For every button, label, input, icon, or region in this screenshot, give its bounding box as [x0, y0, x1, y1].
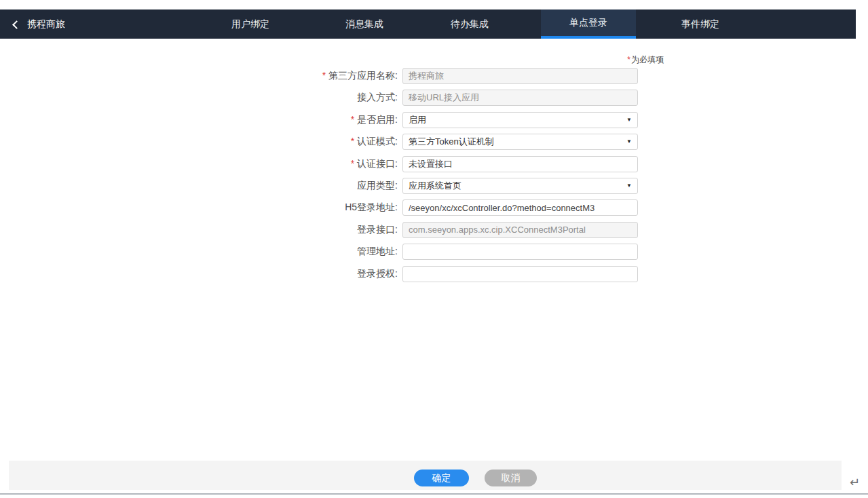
tab-todo-integration[interactable]: 待办集成 [422, 9, 517, 39]
label-auth-api: *认证接口: [0, 158, 398, 170]
form-row-third-party-app-name: *第三方应用名称: [0, 68, 638, 84]
back-button[interactable]: 携程商旅 [14, 9, 65, 39]
label-h5-login-url: H5登录地址: [0, 202, 398, 214]
form-row-login-api: 登录接口: [0, 222, 638, 238]
form-row-h5-login-url: H5登录地址: [0, 199, 638, 216]
label-third-party-app-name: *第三方应用名称: [0, 70, 398, 82]
tab-user-binding[interactable]: 用户绑定 [203, 9, 298, 39]
admin-url-input[interactable] [402, 244, 638, 260]
tab-event-binding[interactable]: 事件绑定 [653, 9, 748, 39]
label-login-api: 登录接口: [0, 224, 398, 236]
label-app-type: 应用类型: [0, 180, 398, 192]
field-cell [402, 90, 638, 106]
field-label-text: H5登录地址: [345, 202, 398, 212]
field-label-text: 认证接口: [357, 158, 398, 169]
field-cell [402, 222, 638, 238]
label-login-auth: 登录授权: [0, 268, 398, 280]
cancel-button[interactable]: 取消 [485, 470, 537, 486]
field-label-text: 登录接口: [357, 224, 398, 235]
form-row-auth-mode: *认证模式:第三方Token认证机制▼ [0, 134, 638, 150]
label-auth-mode: *认证模式: [0, 136, 398, 148]
field-label-text: 应用类型: [357, 180, 398, 191]
field-cell: 启用▼ [402, 112, 638, 128]
selected-value: 启用 [409, 115, 426, 125]
form-row-login-auth: 登录授权: [0, 266, 638, 282]
field-cell [402, 266, 638, 282]
selected-value: 第三方Token认证机制 [409, 136, 494, 147]
tab-message-integration[interactable]: 消息集成 [317, 9, 412, 39]
login-auth-input[interactable] [402, 266, 638, 282]
auth-api-input[interactable] [402, 156, 638, 172]
form-row-app-type: 应用类型:应用系统首页▼ [0, 178, 638, 194]
field-cell [402, 68, 638, 84]
label-enable-status: *是否启用: [0, 114, 398, 126]
back-chevron-icon [12, 20, 21, 29]
form-row-auth-api: *认证接口: [0, 156, 638, 172]
app-type-select[interactable]: 应用系统首页▼ [402, 178, 638, 194]
required-asterisk: * [351, 114, 354, 125]
field-label-text: 第三方应用名称: [328, 70, 398, 81]
login-api-input [402, 222, 638, 238]
form-row-enable-status: *是否启用:启用▼ [0, 112, 638, 128]
footer-bar: 确定 取消 [9, 461, 842, 490]
tab-single-sign-on[interactable]: 单点登录 [541, 9, 636, 39]
sso-settings-form: *第三方应用名称:接入方式:*是否启用:启用▼*认证模式:第三方Token认证机… [0, 68, 638, 288]
auth-mode-select[interactable]: 第三方Token认证机制▼ [402, 134, 638, 150]
form-row-admin-url: 管理地址: [0, 244, 638, 260]
bottom-divider [0, 493, 868, 495]
h5-login-url-input[interactable] [402, 199, 638, 216]
caret-down-icon: ▼ [626, 183, 632, 189]
field-cell [402, 199, 638, 216]
confirm-button[interactable]: 确定 [414, 470, 469, 486]
field-label-text: 是否启用: [357, 114, 398, 125]
caret-down-icon: ▼ [626, 117, 632, 123]
field-cell: 第三方Token认证机制▼ [402, 134, 638, 150]
required-note: *为必填项 [0, 54, 664, 66]
label-admin-url: 管理地址: [0, 246, 398, 258]
caret-down-icon: ▼ [626, 139, 632, 145]
topbar: 携程商旅 用户绑定消息集成待办集成单点登录事件绑定 [0, 9, 856, 39]
form-row-access-mode: 接入方式: [0, 90, 638, 106]
required-asterisk: * [322, 70, 326, 81]
required-asterisk: * [627, 55, 630, 64]
required-asterisk: * [351, 136, 354, 147]
required-asterisk: * [351, 158, 354, 169]
access-mode-input [402, 90, 638, 106]
third-party-app-name-input [402, 68, 638, 84]
return-arrow-glyph: ↵ [850, 475, 860, 490]
required-note-text: 为必填项 [631, 55, 664, 64]
label-access-mode: 接入方式: [0, 92, 398, 104]
field-cell [402, 156, 638, 172]
field-label-text: 登录授权: [357, 268, 398, 279]
enable-status-select[interactable]: 启用▼ [402, 112, 638, 128]
field-label-text: 管理地址: [357, 246, 398, 256]
field-label-text: 认证模式: [357, 136, 398, 147]
page-title: 携程商旅 [27, 18, 65, 31]
selected-value: 应用系统首页 [409, 180, 461, 191]
field-label-text: 接入方式: [357, 92, 398, 102]
field-cell [402, 244, 638, 260]
field-cell: 应用系统首页▼ [402, 178, 638, 194]
